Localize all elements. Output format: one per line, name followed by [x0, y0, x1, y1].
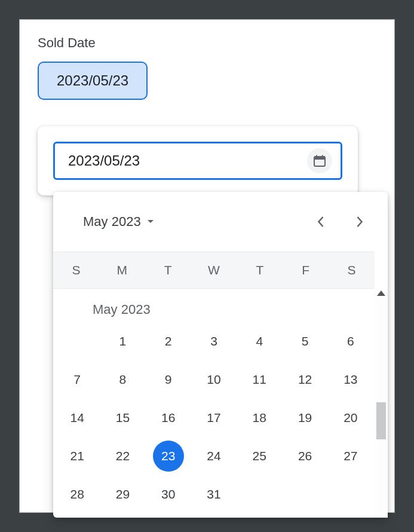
date-input-wrapper[interactable] [53, 142, 342, 180]
month-nav [310, 212, 370, 232]
calendar-scroll-area: May 2023 1234567891011121314151617181920… [53, 289, 388, 518]
month-title: May 2023 [53, 291, 375, 327]
day-cell[interactable]: 11 [237, 365, 282, 394]
prev-month-button[interactable] [310, 212, 330, 232]
scroll-up-arrow-icon[interactable] [377, 291, 385, 296]
day-cell[interactable]: 8 [100, 365, 145, 394]
day-cell[interactable]: 9 [146, 365, 191, 394]
weekday-label: T [237, 263, 283, 277]
day-cell[interactable]: 29 [100, 480, 145, 509]
weekday-label: W [191, 263, 237, 277]
day-cell[interactable]: 23 [146, 442, 191, 470]
date-input-field[interactable] [68, 152, 307, 169]
day-cell[interactable]: 26 [282, 442, 327, 470]
day-cell[interactable]: 1 [100, 327, 145, 356]
weekday-label: M [99, 263, 145, 277]
day-cell-empty [54, 327, 100, 356]
day-cell[interactable]: 19 [282, 403, 327, 432]
chevron-left-icon [317, 216, 324, 228]
chevron-right-icon [356, 216, 364, 228]
days-grid: 1234567891011121314151617181920212223242… [53, 327, 375, 509]
chevron-down-icon [147, 219, 154, 224]
day-cell[interactable]: 13 [328, 365, 373, 394]
weekday-label: T [145, 263, 191, 277]
month-year-selector[interactable]: May 2023 [83, 214, 154, 230]
day-cell[interactable]: 28 [54, 480, 100, 509]
day-cell[interactable]: 10 [191, 365, 237, 394]
calendar-header: May 2023 [53, 192, 388, 252]
day-cell[interactable]: 16 [146, 403, 191, 432]
calendar-icon-button[interactable] [307, 148, 332, 173]
day-cell[interactable]: 25 [237, 442, 282, 470]
scroll-thumb[interactable] [376, 402, 386, 439]
day-cell[interactable]: 12 [282, 365, 327, 394]
calendar-icon [312, 154, 327, 168]
calendar-popup: May 2023 SMTWTFS May 2023 12345678910111… [53, 192, 388, 518]
form-card: Sold Date 2023/05/23 May 2023 [19, 19, 395, 513]
day-cell[interactable]: 3 [191, 327, 237, 356]
day-cell[interactable]: 21 [54, 442, 100, 470]
weekday-label: F [283, 263, 329, 277]
next-month-button[interactable] [349, 212, 370, 232]
sold-date-chip[interactable]: 2023/05/23 [38, 62, 148, 100]
day-cell[interactable]: 14 [54, 403, 100, 432]
date-input-panel [38, 126, 358, 195]
day-cell[interactable]: 18 [237, 403, 282, 432]
day-cell[interactable]: 5 [282, 327, 327, 356]
day-cell[interactable]: 22 [100, 442, 145, 470]
scrollbar[interactable] [375, 289, 388, 518]
svg-rect-1 [314, 157, 325, 160]
day-cell[interactable]: 4 [237, 327, 282, 356]
field-label-sold-date: Sold Date [38, 35, 376, 51]
day-cell[interactable]: 7 [54, 365, 100, 394]
month-year-label: May 2023 [83, 214, 141, 230]
day-cell[interactable]: 2 [146, 327, 191, 356]
weekday-label: S [329, 263, 375, 277]
day-cell[interactable]: 31 [191, 480, 237, 509]
day-cell[interactable]: 6 [328, 327, 373, 356]
weekday-label: S [53, 263, 99, 277]
day-cell[interactable]: 17 [191, 403, 237, 432]
day-cell[interactable]: 24 [191, 442, 237, 470]
day-cell[interactable]: 30 [146, 480, 191, 509]
month-body: May 2023 1234567891011121314151617181920… [53, 289, 375, 518]
weekday-header: SMTWTFS [53, 252, 375, 289]
day-cell[interactable]: 15 [100, 403, 145, 432]
day-cell[interactable]: 20 [328, 403, 373, 432]
day-cell[interactable]: 27 [328, 442, 373, 470]
